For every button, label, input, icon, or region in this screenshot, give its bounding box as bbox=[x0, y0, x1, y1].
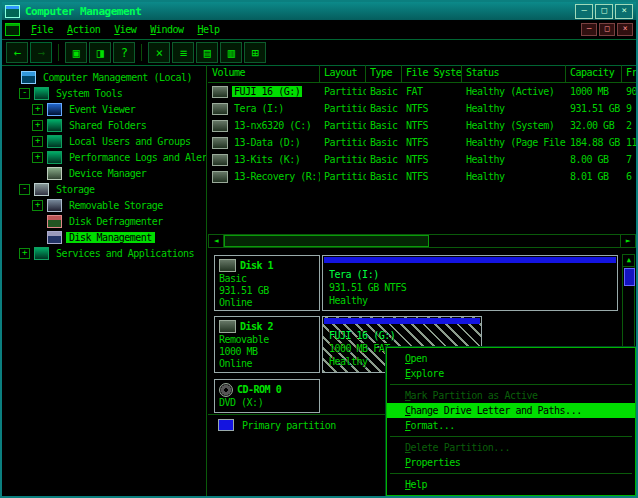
tree-expander[interactable]: - bbox=[19, 184, 30, 195]
volume-cell-free: 11 bbox=[622, 137, 636, 148]
volume-cell: Tera (I:) bbox=[208, 103, 320, 115]
close-button[interactable]: × bbox=[615, 4, 633, 19]
disk-label[interactable]: CD-ROM 0DVD (X:) bbox=[214, 379, 320, 413]
volume-row-fuji-16-g[interactable]: FUJI 16 (G:)PartitionBasicFATHealthy (Ac… bbox=[208, 83, 636, 100]
tree-expander[interactable]: + bbox=[19, 248, 30, 259]
tree-expander[interactable]: + bbox=[32, 200, 43, 211]
column-header-layout[interactable]: Layout bbox=[320, 65, 366, 82]
disk-label[interactable]: Disk 2Removable1000 MBOnline bbox=[214, 316, 320, 373]
volume-row-13-recovery-r[interactable]: 13-Recovery (R:)PartitionBasicNTFSHealth… bbox=[208, 168, 636, 185]
horizontal-scroll-thumb[interactable] bbox=[224, 235, 429, 247]
forward-icon[interactable]: → bbox=[30, 42, 52, 63]
vertical-scroll-thumb[interactable] bbox=[624, 268, 635, 286]
tree-item-computer-management-local[interactable]: Computer Management (Local) bbox=[2, 69, 206, 85]
context-item-mark-partition-as-active[interactable]: Mark Partition as Active bbox=[387, 388, 635, 403]
child-close-button[interactable]: × bbox=[617, 23, 633, 36]
context-item-change-drive-letter-and-paths[interactable]: Change Drive Letter and Paths... bbox=[387, 403, 635, 418]
menu-action[interactable]: Action bbox=[60, 23, 107, 36]
child-minimize-button[interactable]: – bbox=[581, 23, 597, 36]
column-header-capacity[interactable]: Capacity bbox=[566, 65, 622, 82]
volume-cell: FUJI 16 (G:) bbox=[208, 86, 320, 98]
scroll-up-icon[interactable]: ▲ bbox=[623, 255, 634, 267]
tree-item-storage[interactable]: -Storage bbox=[2, 181, 206, 197]
context-item-help[interactable]: Help bbox=[387, 477, 635, 492]
column-header-file-system[interactable]: File System bbox=[402, 65, 462, 82]
tree-item-local-users-and-groups[interactable]: +Local Users and Groups bbox=[2, 133, 206, 149]
help-icon[interactable]: ? bbox=[113, 42, 135, 63]
tree-expander[interactable]: + bbox=[32, 152, 43, 163]
disk-kind: DVD (X:) bbox=[219, 397, 315, 409]
export-list-icon[interactable]: ≡ bbox=[172, 42, 194, 63]
volume-cell-fs: NTFS bbox=[402, 120, 462, 131]
tree-item-removable-storage[interactable]: +Removable Storage bbox=[2, 197, 206, 213]
back-icon[interactable]: ← bbox=[6, 42, 28, 63]
tree-expander[interactable]: + bbox=[32, 104, 43, 115]
disk-name: Disk 2 bbox=[240, 321, 273, 332]
volume-row-13-nx6320-c[interactable]: 13-nx6320 (C:)PartitionBasicNTFSHealthy … bbox=[208, 117, 636, 134]
scroll-left-icon[interactable]: ◄ bbox=[209, 235, 224, 247]
tree-item-label: Removable Storage bbox=[66, 200, 166, 211]
tree-item-disk-defragmenter[interactable]: Disk Defragmenter bbox=[2, 213, 206, 229]
tree-item-label: Local Users and Groups bbox=[66, 136, 193, 147]
show-hide-tree-icon[interactable]: ▣ bbox=[65, 42, 87, 63]
disk-state: Online bbox=[219, 297, 315, 309]
tree-item-performance-logs-and-alerts[interactable]: +Performance Logs and Alerts bbox=[2, 149, 206, 165]
volume-cell-free: 2 bbox=[622, 120, 636, 131]
tree-item-disk-management[interactable]: Disk Management bbox=[2, 229, 206, 245]
tree-expander[interactable]: + bbox=[32, 136, 43, 147]
menu-help[interactable]: Help bbox=[190, 23, 226, 36]
volume-cell-layout: Partition bbox=[320, 103, 366, 114]
disk-label[interactable]: Disk 1Basic931.51 GBOnline bbox=[214, 255, 320, 311]
tree-item-event-viewer[interactable]: +Event Viewer bbox=[2, 101, 206, 117]
grid-view-icon[interactable]: ⊞ bbox=[244, 42, 266, 63]
column-header-volume[interactable]: Volume bbox=[208, 65, 320, 82]
volume-cell-type: Basic bbox=[366, 103, 402, 114]
context-item-properties[interactable]: Properties bbox=[387, 455, 635, 470]
disk-icon bbox=[219, 259, 236, 272]
child-restore-button[interactable]: □ bbox=[599, 23, 615, 36]
column-header-status[interactable]: Status bbox=[462, 65, 566, 82]
context-item-format[interactable]: Format... bbox=[387, 418, 635, 433]
column-header-type[interactable]: Type bbox=[366, 65, 402, 82]
volume-cell-capacity: 931.51 GB bbox=[566, 103, 622, 114]
volume-cell-fs: NTFS bbox=[402, 137, 462, 148]
tree-item-label: Computer Management (Local) bbox=[40, 72, 195, 83]
menu-file[interactable]: File bbox=[24, 23, 60, 36]
tree-item-shared-folders[interactable]: +Shared Folders bbox=[2, 117, 206, 133]
disk-name-line: CD-ROM 0 bbox=[219, 382, 315, 397]
volume-cell: 13-Kits (K:) bbox=[208, 154, 320, 166]
computer-view-icon[interactable]: ▥ bbox=[220, 42, 242, 63]
tree-item-services-and-applications[interactable]: +Services and Applications bbox=[2, 245, 206, 261]
scroll-right-icon[interactable]: ► bbox=[620, 235, 635, 247]
minimize-button[interactable]: – bbox=[575, 4, 593, 19]
partition-tera-i[interactable]: Tera (I:)931.51 GB NTFSHealthy bbox=[322, 255, 618, 311]
volume-name: 13-nx6320 (C:) bbox=[232, 120, 313, 131]
open-folder-icon[interactable]: ▤ bbox=[196, 42, 218, 63]
titlebar[interactable]: Computer Management – □ × bbox=[2, 2, 636, 20]
volume-name: FUJI 16 (G:) bbox=[232, 86, 302, 97]
tree-expander[interactable]: + bbox=[32, 120, 43, 131]
two-pane-view-icon[interactable]: ◨ bbox=[89, 42, 111, 63]
menu-window[interactable]: Window bbox=[143, 23, 190, 36]
volume-row-tera-i[interactable]: Tera (I:)PartitionBasicNTFSHealthy931.51… bbox=[208, 100, 636, 117]
disk-size: 931.51 GB bbox=[219, 285, 315, 297]
tree-item-device-manager[interactable]: Device Manager bbox=[2, 165, 206, 181]
disk-icon bbox=[219, 320, 236, 333]
app-icon bbox=[5, 5, 20, 18]
delete-icon[interactable]: × bbox=[148, 42, 170, 63]
context-item-explore[interactable]: Explore bbox=[387, 366, 635, 381]
column-header-fr[interactable]: Fr bbox=[622, 65, 636, 82]
tree-expander[interactable]: - bbox=[19, 88, 30, 99]
maximize-button[interactable]: □ bbox=[595, 4, 613, 19]
menu-view[interactable]: View bbox=[107, 23, 143, 36]
context-item-delete-partition[interactable]: Delete Partition... bbox=[387, 440, 635, 455]
volume-cell-status: Healthy (Page File) bbox=[462, 137, 566, 148]
tree-item-system-tools[interactable]: -System Tools bbox=[2, 85, 206, 101]
volume-row-13-kits-k[interactable]: 13-Kits (K:)PartitionBasicNTFSHealthy8.0… bbox=[208, 151, 636, 168]
context-item-open[interactable]: Open bbox=[387, 351, 635, 366]
horizontal-scrollbar[interactable]: ◄ ► bbox=[208, 234, 636, 248]
menubar: FileActionViewWindowHelp – □ × bbox=[2, 20, 636, 40]
volume-icon bbox=[212, 137, 228, 149]
volume-name: 13-Kits (K:) bbox=[232, 154, 302, 165]
volume-row-13-data-d[interactable]: 13-Data (D:)PartitionBasicNTFSHealthy (P… bbox=[208, 134, 636, 151]
